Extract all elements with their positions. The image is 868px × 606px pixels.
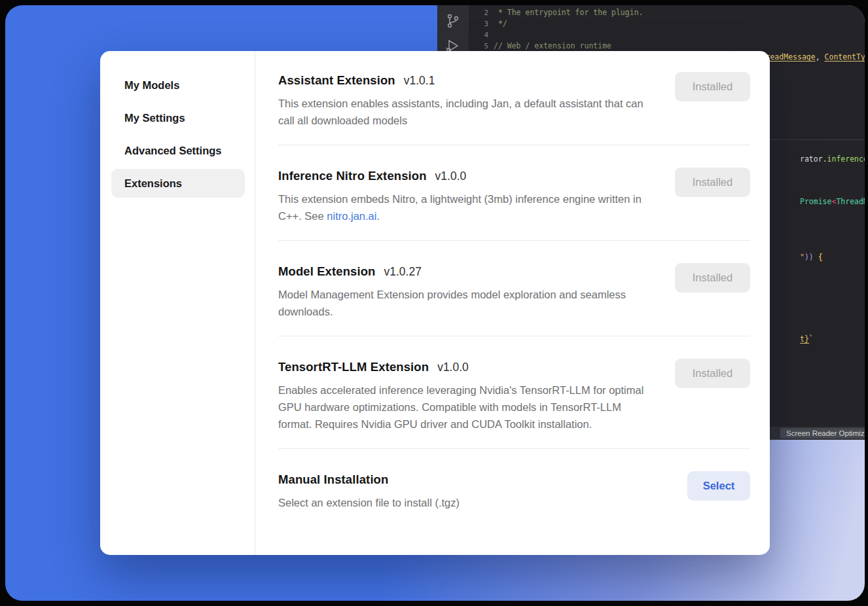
installed-button[interactable]: Installed — [675, 263, 750, 293]
extension-name: Assistant Extension — [278, 73, 395, 88]
extension-description: Select an extension file to install (.tg… — [278, 495, 655, 512]
installed-button[interactable]: Installed — [675, 168, 750, 197]
sidebar-item-advanced-settings[interactable]: Advanced Settings — [111, 136, 245, 165]
sidebar-item-my-settings[interactable]: My Settings — [111, 103, 245, 132]
screen-reader-optimized-status[interactable]: Screen Reader Optimiz — [780, 428, 865, 438]
code-fragment: t}` — [800, 334, 814, 345]
extension-name: Model Extension — [278, 264, 376, 279]
extension-description: This extension embeds Nitro, a lightweig… — [278, 191, 651, 224]
extension-title-line: Inference Nitro Extension v1.0.0 — [278, 169, 651, 183]
code-fragment: Promise<ThreadMessage> — [800, 196, 865, 207]
extension-title-line: Model Extension v1.0.27 — [278, 264, 651, 279]
extension-row-inference-nitro: Inference Nitro Extension v1.0.0 This ex… — [278, 145, 750, 241]
settings-sidebar: My Models My Settings Advanced Settings … — [100, 51, 255, 555]
extension-info: Assistant Extension v1.0.1 This extensio… — [278, 73, 675, 129]
extension-name: TensortRT-LLM Extension — [278, 360, 429, 374]
extension-description: Enables accelerated inference leveraging… — [278, 382, 651, 433]
extension-info: Manual Installation Select an extension … — [278, 472, 687, 512]
extension-title-line: TensortRT-LLM Extension v1.0.0 — [278, 360, 651, 374]
settings-modal: My Models My Settings Advanced Settings … — [100, 51, 770, 555]
extension-version: v1.0.0 — [437, 361, 469, 374]
sidebar-item-label: Extensions — [124, 177, 182, 190]
line-number: 3 — [469, 18, 494, 29]
nitro-jan-ai-link[interactable]: nitro.jan.ai. — [327, 210, 380, 222]
extension-row-model: Model Extension v1.0.27 Model Management… — [278, 241, 750, 336]
extension-name: Manual Installation — [278, 472, 388, 487]
sidebar-item-extensions[interactable]: Extensions — [111, 169, 245, 198]
code-line: 2 * The entrypoint for the plugin. — [469, 7, 865, 18]
code-fragment: rator.inference(data)); — [800, 154, 865, 165]
line-number: 5 — [469, 41, 494, 52]
extension-description: This extension enables assistants, inclu… — [278, 96, 651, 129]
extension-version: v1.0.27 — [384, 265, 422, 279]
extension-description: Model Management Extension provides mode… — [278, 287, 651, 320]
extension-row-manual-installation: Manual Installation Select an extension … — [278, 449, 750, 527]
extension-info: TensortRT-LLM Extension v1.0.0 Enables a… — [278, 360, 675, 433]
extension-row-tensorrt-llm: TensortRT-LLM Extension v1.0.0 Enables a… — [278, 336, 750, 449]
extension-name: Inference Nitro Extension — [278, 169, 427, 183]
extension-title-line: Manual Installation — [278, 472, 664, 487]
extensions-list: Assistant Extension v1.0.1 This extensio… — [255, 51, 770, 555]
line-number: 2 — [469, 7, 494, 18]
extension-title-line: Assistant Extension v1.0.1 — [278, 73, 651, 88]
extension-info: Model Extension v1.0.27 Model Management… — [278, 264, 675, 320]
source-control-icon[interactable] — [445, 13, 461, 29]
sidebar-item-label: Advanced Settings — [124, 145, 222, 157]
desktop-background: 2 * The entrypoint for the plugin. 3 */ … — [5, 5, 865, 601]
installed-button[interactable]: Installed — [675, 72, 750, 101]
select-button[interactable]: Select — [687, 471, 750, 501]
code-line: 3 */ — [469, 18, 865, 29]
sidebar-item-label: My Models — [124, 79, 179, 92]
sidebar-item-my-models[interactable]: My Models — [111, 71, 245, 99]
line-number: 4 — [469, 29, 494, 41]
installed-button[interactable]: Installed — [675, 359, 750, 388]
code-text: // Web / extension runtime — [494, 41, 611, 52]
code-fragment: ")) { — [800, 252, 823, 263]
extension-info: Inference Nitro Extension v1.0.0 This ex… — [278, 169, 675, 224]
code-text: * The entrypoint for the plugin. — [494, 7, 643, 18]
extension-version: v1.0.1 — [404, 74, 435, 88]
code-line: 5 // Web / extension runtime — [469, 41, 865, 52]
sidebar-item-label: My Settings — [124, 112, 185, 124]
extension-row-assistant: Assistant Extension v1.0.1 This extensio… — [278, 73, 750, 145]
extension-version: v1.0.0 — [435, 169, 467, 183]
code-text: */ — [494, 18, 507, 29]
code-line: 4 — [469, 29, 865, 41]
